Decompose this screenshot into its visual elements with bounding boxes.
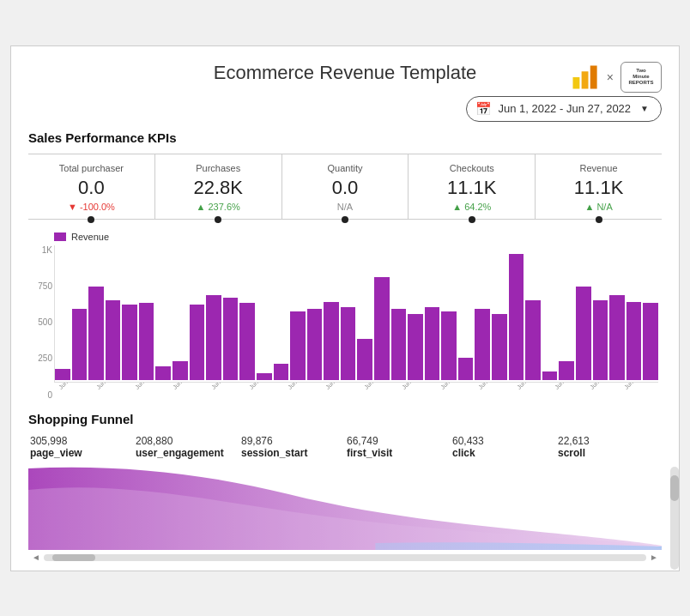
kpi-label: Revenue	[539, 163, 658, 173]
vertical-scrollbar[interactable]	[670, 467, 679, 570]
bar	[559, 361, 574, 380]
bar	[139, 303, 154, 380]
bar-col[interactable]	[307, 309, 323, 380]
funnel-metric-value: 66,749	[347, 435, 449, 447]
bar-col[interactable]	[626, 302, 642, 380]
kpi-cell-4: Revenue 11.1K ▲ N/A	[536, 154, 662, 219]
legend-label: Revenue	[71, 232, 109, 242]
powerbi-icon	[569, 62, 600, 93]
kpi-cell-1: Purchases 22.8K ▲ 237.6%	[155, 154, 282, 219]
horizontal-scroll-track[interactable]	[44, 554, 646, 561]
bar-col[interactable]	[223, 298, 239, 380]
bar-chart-wrapper: 1K7505002500 Jun 26, 2022Jun 24, 2022Jun…	[54, 245, 658, 400]
bar-col[interactable]	[357, 339, 372, 380]
x-label-cell: Jun 16, 2022	[361, 383, 397, 414]
bar-col[interactable]	[643, 303, 658, 380]
separator: ×	[607, 70, 614, 84]
y-axis-label: 0	[30, 390, 52, 400]
bar-col[interactable]	[106, 300, 121, 380]
bar	[357, 339, 372, 380]
bar-col[interactable]	[525, 300, 541, 380]
bar	[626, 302, 642, 380]
bar-col[interactable]	[408, 314, 423, 380]
kpi-dot	[596, 216, 602, 223]
kpi-label: Quantity	[286, 163, 405, 173]
x-label-cell: Jun 10, 2022	[514, 383, 550, 414]
scroll-left-arrow[interactable]: ◄	[28, 553, 44, 562]
kpi-label: Purchases	[159, 163, 278, 173]
bar	[155, 366, 171, 380]
funnel-metric-item: 208,880 user_engagement	[134, 435, 239, 459]
funnel-metric-value: 305,998	[30, 435, 132, 447]
bar-col[interactable]	[88, 287, 104, 380]
kpi-row: Total purchaser 0.0 ▼ -100.0% Purchases …	[28, 154, 662, 220]
bar-col[interactable]	[458, 358, 474, 380]
funnel-section: Shopping Funnel 305,998 page_view 208,88…	[28, 412, 662, 550]
horizontal-scroll-thumb[interactable]	[52, 554, 95, 561]
bar-col[interactable]	[576, 287, 591, 380]
kpi-change: ▼ -100.0%	[32, 202, 151, 212]
bar-col[interactable]	[274, 364, 289, 380]
bar-col[interactable]	[257, 373, 272, 380]
bar-col[interactable]	[155, 366, 171, 380]
dashboard-container: × Two Minute REPORTS Ecommerce Revenue T…	[10, 45, 680, 571]
bar-col[interactable]	[609, 295, 625, 380]
x-label-cell: Jun 26, 2022	[56, 383, 92, 414]
bar-col[interactable]	[391, 309, 407, 380]
date-range-button[interactable]: 📅 Jun 1, 2022 - Jun 27, 2022 ▼	[466, 96, 662, 122]
x-label-cell: Jun 8, 2022	[552, 383, 585, 414]
kpi-change: ▲ N/A	[539, 202, 658, 212]
funnel-section-title: Shopping Funnel	[28, 412, 662, 426]
date-range-text: Jun 1, 2022 - Jun 27, 2022	[498, 102, 631, 115]
x-label-cell: Jun 18, 2022	[323, 383, 359, 414]
bar-col[interactable]	[441, 311, 457, 380]
bar-col[interactable]	[55, 369, 70, 380]
bar-col[interactable]	[239, 303, 255, 380]
bar-col[interactable]	[172, 361, 188, 380]
bar-col[interactable]	[324, 302, 339, 380]
bar-col[interactable]	[374, 277, 390, 380]
kpi-cell-2: Quantity 0.0 N/A	[282, 154, 409, 219]
bar-col[interactable]	[425, 307, 440, 380]
bar	[542, 371, 558, 380]
bar-col[interactable]	[475, 309, 490, 380]
bar	[190, 305, 205, 380]
kpi-change: ▲ 237.6%	[159, 202, 278, 212]
scroll-right-arrow[interactable]: ►	[646, 553, 662, 562]
bar-col[interactable]	[559, 361, 574, 380]
bar-col[interactable]	[190, 305, 205, 380]
y-axis-label: 250	[30, 353, 52, 363]
bar-col[interactable]	[509, 254, 524, 380]
bar	[307, 309, 323, 380]
x-label-cell: Jun 6, 2022	[587, 383, 620, 414]
funnel-metric-item: 89,876 session_start	[239, 435, 345, 459]
x-label-cell: Jun 19, 2022	[285, 383, 321, 414]
kpi-cell-0: Total purchaser 0.0 ▼ -100.0%	[28, 154, 155, 219]
calendar-icon: 📅	[475, 101, 492, 117]
bar	[593, 300, 608, 380]
legend-color-box	[54, 233, 66, 241]
bar-col[interactable]	[593, 300, 608, 380]
bar-col[interactable]	[206, 295, 221, 380]
funnel-metric-value: 60,433	[452, 435, 554, 447]
bar-col[interactable]	[72, 309, 88, 380]
kpi-dot	[88, 216, 94, 223]
bar	[425, 307, 440, 380]
bar-col[interactable]	[492, 314, 507, 380]
x-label-cell: Jun 22, 2022	[170, 383, 206, 414]
vertical-scrollbar-thumb[interactable]	[670, 475, 679, 501]
funnel-svg	[28, 464, 662, 550]
funnel-metric-label: click	[452, 447, 554, 459]
bar-col[interactable]	[139, 303, 154, 380]
kpi-dot	[215, 216, 221, 223]
bars-container	[54, 245, 658, 383]
bar-col[interactable]	[122, 305, 137, 380]
bar-col[interactable]	[542, 371, 558, 380]
bar	[441, 311, 457, 380]
bar	[475, 309, 490, 380]
funnel-metric-label: session_start	[241, 447, 343, 459]
bar-col[interactable]	[290, 311, 306, 380]
kpi-value: 0.0	[286, 177, 405, 199]
bar	[391, 309, 407, 380]
bar-col[interactable]	[341, 307, 356, 380]
